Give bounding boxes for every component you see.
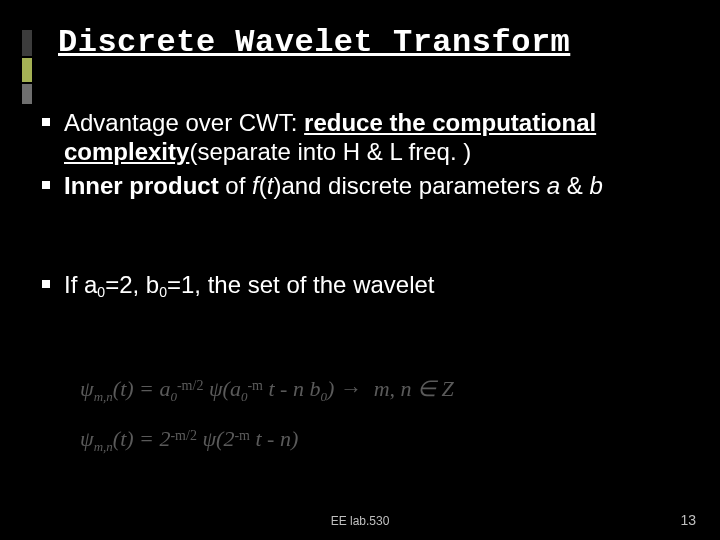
eq2-exp: -m/2: [170, 428, 196, 443]
eq2-eq: = 2: [134, 426, 171, 451]
eq2-exp2: -m: [234, 428, 250, 443]
bullet-2: Inner product of f(t)and discrete parame…: [38, 171, 690, 200]
eq1-eq: = a: [134, 376, 171, 401]
bullet-list: Advantage over CWT: reduce the computati…: [38, 108, 690, 301]
b3-sub0a: 0: [97, 284, 105, 300]
eq1-psi: ψ: [80, 376, 94, 401]
eq1-tail: m, n ∈ Z: [368, 376, 454, 401]
content-area: Advantage over CWT: reduce the computati…: [38, 108, 690, 305]
accent-bar: [22, 30, 32, 104]
eq2-t: (t): [113, 426, 134, 451]
b2-paren-open: (: [259, 172, 267, 199]
b3-pre: If a: [64, 271, 97, 298]
accent-seg-olive: [22, 58, 32, 82]
b1-post: (separate into H & L freq. ): [189, 138, 471, 165]
accent-seg-gray: [22, 84, 32, 104]
slide: Discrete Wavelet Transform Advantage ove…: [0, 0, 720, 540]
equation-area: ψm,n(t) = a0-m/2 ψ(a0-m t - n b0)→ m, n …: [80, 374, 454, 456]
eq1-exp2: -m: [247, 378, 263, 393]
page-number: 13: [680, 512, 696, 528]
b3-eq1: =1, the set of the wavelet: [167, 271, 435, 298]
eq1-arrow-icon: →: [334, 376, 368, 401]
slide-title: Discrete Wavelet Transform: [58, 24, 680, 61]
eq1-psi2: ψ: [203, 376, 222, 401]
b2-mid2: and discrete parameters: [281, 172, 546, 199]
eq1-argopen: (a: [223, 376, 241, 401]
bullet-1: Advantage over CWT: reduce the computati…: [38, 108, 690, 167]
b1-pre: Advantage over CWT:: [64, 109, 304, 136]
b2-strong: Inner product: [64, 172, 219, 199]
b2-a: a: [547, 172, 560, 199]
eq2-psi: ψ: [80, 426, 94, 451]
b3-sub0b: 0: [159, 284, 167, 300]
b2-mid: of: [219, 172, 252, 199]
equation-line-1: ψm,n(t) = a0-m/2 ψ(a0-m t - n b0)→ m, n …: [80, 374, 454, 406]
bullet-3: If a0=2, b0=1, the set of the wavelet: [38, 270, 690, 301]
eq1-t: (t): [113, 376, 134, 401]
b2-b: b: [590, 172, 603, 199]
eq2-rest: t - n): [250, 426, 298, 451]
b3-eq2: =2, b: [105, 271, 159, 298]
eq1-rest: t - n b: [263, 376, 320, 401]
eq2-psi2: ψ: [197, 426, 216, 451]
footer-label: EE lab.530: [0, 514, 720, 528]
eq1-exp: -m/2: [177, 378, 203, 393]
b2-f: f: [252, 172, 259, 199]
b2-amp: &: [560, 172, 589, 199]
eq2-arg: (2: [216, 426, 234, 451]
equation-line-2: ψm,n(t) = 2-m/2 ψ(2-m t - n): [80, 424, 454, 456]
eq2-sub: m,n: [94, 439, 113, 454]
title-area: Discrete Wavelet Transform: [58, 24, 680, 61]
eq1-sub: m,n: [94, 389, 113, 404]
accent-seg-dark: [22, 30, 32, 56]
